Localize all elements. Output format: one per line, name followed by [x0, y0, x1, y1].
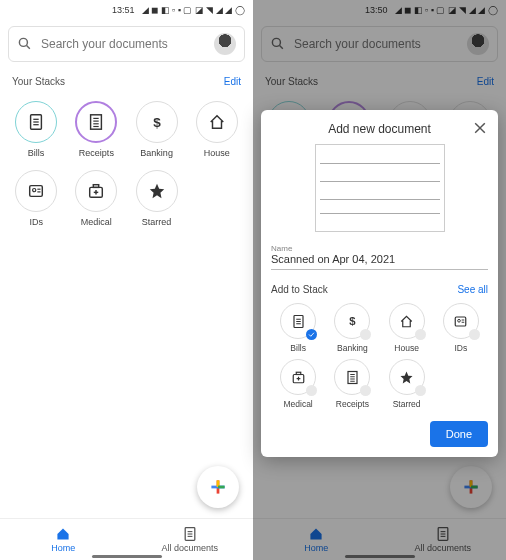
stack-starred[interactable]: Starred [127, 166, 187, 231]
see-all-link[interactable]: See all [457, 284, 488, 295]
receipt-icon [345, 370, 360, 385]
search-icon [17, 36, 33, 52]
medical-icon [291, 370, 306, 385]
add-to-stack-header: Add to Stack See all [271, 284, 488, 295]
done-button[interactable]: Done [430, 421, 488, 447]
bottom-nav: Home All documents [0, 518, 253, 560]
document-preview[interactable] [315, 144, 445, 232]
empty-badge [469, 329, 480, 340]
house-icon [208, 113, 226, 131]
sheet-stack-bills[interactable]: Bills [271, 303, 325, 353]
phone-left: 13:51 ◢ ◼ ◧ ▫ ▪ ▢ ◪ ◥ ◢ ◢ ◯ Search your … [0, 0, 253, 560]
sheet-stack-starred[interactable]: Starred [380, 359, 434, 409]
nav-home[interactable]: Home [0, 519, 127, 560]
home-icon [55, 526, 71, 542]
sheet-stack-banking[interactable]: Banking [325, 303, 379, 353]
star-icon [399, 370, 414, 385]
stack-receipts[interactable]: Receipts [66, 97, 126, 162]
stacks-title: Your Stacks [12, 76, 65, 87]
empty-badge [306, 385, 317, 396]
id-icon [27, 182, 45, 200]
star-icon [148, 182, 166, 200]
gesture-bar [92, 555, 162, 558]
check-badge [306, 329, 317, 340]
nav-all-documents[interactable]: All documents [127, 519, 254, 560]
edit-link[interactable]: Edit [224, 76, 241, 87]
empty-badge [360, 329, 371, 340]
receipt-icon [87, 113, 105, 131]
stack-ids[interactable]: IDs [6, 166, 66, 231]
house-icon [399, 314, 414, 329]
status-bar: 13:51 ◢ ◼ ◧ ▫ ▪ ▢ ◪ ◥ ◢ ◢ ◯ [0, 0, 253, 18]
empty-badge [415, 385, 426, 396]
close-icon[interactable] [472, 120, 488, 136]
status-icons: ◢ ◼ ◧ ▫ ▪ ▢ ◪ ◥ ◢ ◢ ◯ [142, 5, 245, 15]
sheet-stack-ids[interactable]: IDs [434, 303, 488, 353]
plus-icon [207, 476, 229, 498]
search-bar[interactable]: Search your documents [8, 26, 245, 62]
stack-bills[interactable]: Bills [6, 97, 66, 162]
name-label: Name [271, 244, 488, 253]
dollar-icon [345, 314, 360, 329]
empty-badge [360, 385, 371, 396]
sheet-stack-medical[interactable]: Medical [271, 359, 325, 409]
phone-right: 13:50 ◢ ◼ ◧ ▫ ▪ ▢ ◪ ◥ ◢ ◢ ◯ Search your … [253, 0, 506, 560]
sheet-title: Add new document [271, 120, 488, 142]
id-icon [453, 314, 468, 329]
stacks-header: Your Stacks Edit [0, 62, 253, 93]
stack-house[interactable]: House [187, 97, 247, 162]
stacks-grid: Bills Receipts Banking House IDs Medical… [0, 93, 253, 235]
medical-icon [87, 182, 105, 200]
doc-icon [291, 314, 306, 329]
name-field[interactable]: Scanned on Apr 04, 2021 [271, 253, 488, 270]
dollar-icon [148, 113, 166, 131]
stack-medical[interactable]: Medical [66, 166, 126, 231]
stack-banking[interactable]: Banking [127, 97, 187, 162]
sheet-stack-receipts[interactable]: Receipts [325, 359, 379, 409]
sheet-stacks-grid: Bills Banking House IDs Medical Receipts… [271, 303, 488, 409]
status-time: 13:51 [112, 5, 135, 15]
doc-icon [182, 526, 198, 542]
sheet-stack-house[interactable]: House [380, 303, 434, 353]
add-document-sheet: Add new document Name Scanned on Apr 04,… [261, 110, 498, 457]
fab-add[interactable] [197, 466, 239, 508]
doc-icon [27, 113, 45, 131]
search-placeholder: Search your documents [41, 37, 206, 51]
empty-badge [415, 329, 426, 340]
avatar[interactable] [214, 33, 236, 55]
